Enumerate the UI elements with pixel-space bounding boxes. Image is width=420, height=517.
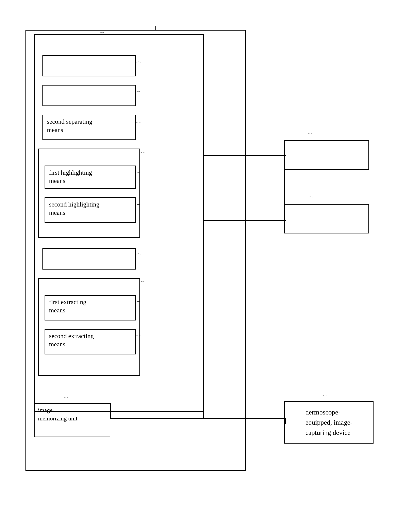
v-connector-image-mem xyxy=(110,403,111,419)
image-memorizing-label: image-memorizing unit xyxy=(35,404,110,425)
dermoscope-box: dermoscope-equipped, image-capturing dev… xyxy=(284,401,374,443)
first-highlighting-means-label: first highlightingmeans xyxy=(49,168,92,185)
dermoscope-label: dermoscope-equipped, image-capturing dev… xyxy=(305,407,352,438)
bracket-101f1: ⌒ xyxy=(136,300,141,307)
h-connector-image-mem xyxy=(110,418,204,419)
bracket-102: ⌒ xyxy=(64,396,69,403)
bracket-101d: ⌒ xyxy=(140,151,145,158)
second-separating-means-label: second separatingmeans xyxy=(47,117,92,134)
bracket-101: ⌒ xyxy=(99,31,105,39)
first-highlighting-means-box: first highlightingmeans xyxy=(45,165,136,189)
h-connector-dermoscope xyxy=(203,418,284,419)
second-extracting-means-box: second extractingmeans xyxy=(45,329,136,354)
bracket-130: ⌒ xyxy=(308,132,313,139)
second-highlighting-means-box: second highlightingmeans xyxy=(45,197,136,223)
second-highlighting-means-label: second highlightingmeans xyxy=(49,200,99,217)
bracket-101f2: ⌒ xyxy=(136,334,141,341)
image-memorizing-box: image-memorizing unit xyxy=(34,403,110,437)
main-vertical-connector xyxy=(203,51,204,419)
bracket-101d2: ⌒ xyxy=(136,203,141,210)
extracting-means-outer-box xyxy=(38,278,140,376)
highlighting-means-outer-box xyxy=(38,149,140,238)
display-device-box xyxy=(284,204,369,233)
generating-means-box xyxy=(42,248,136,270)
separating-means-box xyxy=(42,55,136,76)
diagram-container: ⌒ ⌒ ⌒ second separatingmeans ⌒ ⌒ first h… xyxy=(13,13,395,497)
bracket-101d1: ⌒ xyxy=(136,172,141,178)
input-device-box xyxy=(284,140,369,170)
h-connector-display xyxy=(203,220,284,221)
bracket-101e: ⌒ xyxy=(136,253,141,259)
second-extracting-means-label: second extractingmeans xyxy=(49,332,94,348)
first-extracting-means-box: first extractingmeans xyxy=(45,295,136,321)
bracket-110: ⌒ xyxy=(322,394,328,401)
first-extracting-means-label: first extractingmeans xyxy=(49,298,86,314)
h-connector-input xyxy=(203,155,284,156)
first-separating-means-box xyxy=(42,85,136,106)
second-separating-means-box: second separatingmeans xyxy=(42,115,136,140)
v-connector-dermo-final xyxy=(285,418,286,424)
bracket-101b: ⌒ xyxy=(136,90,141,97)
bracket-101c: ⌒ xyxy=(136,121,141,128)
input-connect-dot xyxy=(285,155,286,156)
bracket-120: ⌒ xyxy=(308,196,313,202)
bracket-101f: ⌒ xyxy=(140,280,145,287)
bracket-101a: ⌒ xyxy=(136,61,141,67)
